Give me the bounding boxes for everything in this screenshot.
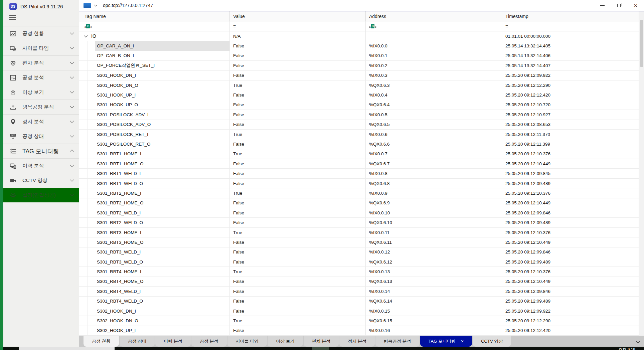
table-row[interactable]: S301_HOOK_UP_I False %IX0.0.4 25.05.20 0… (79, 90, 644, 100)
table-row[interactable]: S301_RBT2_WELD_I False %IX0.0.10 25.05.2… (79, 208, 644, 218)
column-header-timestamp[interactable]: Timestamp (502, 11, 639, 21)
sidebar-item-process-state[interactable]: 공정 상태 (3, 129, 79, 144)
filter-tag-name[interactable]: aBc (81, 21, 230, 31)
table-row[interactable]: S301_RBT3_HOME_I True %IX0.0.11 25.05.20… (79, 228, 644, 237)
close-icon: × (634, 2, 637, 9)
table-row[interactable]: S302_HOOK_DN_I False %IX0.0.15 25.05.20 … (79, 306, 644, 316)
column-header-address[interactable]: Address (366, 11, 502, 21)
layout-grid-icon (9, 74, 18, 81)
tab-deviation-analysis[interactable]: 편차 분석 (304, 336, 339, 347)
table-row[interactable]: S301_RBT3_WELD_I False %IX0.0.12 25.05.2… (79, 247, 644, 257)
value-cell: False (230, 208, 366, 217)
taskbar-green-segment[interactable] (312, 347, 329, 350)
tag-name-cell: S301_HOOK_UP_O (81, 100, 230, 110)
column-header-value[interactable]: Value (230, 11, 366, 21)
filter-address[interactable]: aBc (366, 21, 502, 31)
sidebar-item-anomaly-view[interactable]: 이상 보기 (3, 85, 79, 100)
tab-bottleneck-analysis[interactable]: 병목공정 분석 (375, 336, 420, 347)
sidebar-item-history-analysis[interactable]: 이력 분석 (3, 158, 79, 173)
address-cell: %IX0.0.4 (366, 90, 502, 100)
table-row[interactable]: S301_POSILOCK_ADV_I False %IX0.0.5 25.05… (79, 110, 644, 120)
scrollbar-thumb[interactable] (640, 20, 643, 67)
value-cell: False (230, 100, 366, 110)
table-row[interactable]: S301_RBT1_HOME_I True %IX0.0.7 25.05.20 … (79, 149, 644, 159)
table-row[interactable]: OP_CAR_A_ON_I False %IX0.0.0 25.05.14 13… (79, 41, 644, 51)
sidebar-item-stop-analysis[interactable]: 정지 분석 (3, 114, 79, 129)
tab-tag-monitoring[interactable]: TAG 모니터링 × (420, 336, 472, 347)
table-row[interactable]: S301_RBT4_HOME_I True %IX0.0.13 25.05.20… (79, 267, 644, 277)
table-row[interactable]: S301_POSILOCK_RET_O False %QX0.6.6 25.05… (79, 139, 644, 149)
sidebar-item-settings[interactable]: 설정(연결성공) (3, 188, 79, 202)
table-row[interactable]: S301_RBT2_WELD_O False %QX0.6.10 25.05.2… (79, 218, 644, 227)
tab-overflow-chevron-icon[interactable] (636, 339, 640, 343)
address-cell: %IX0.0.5 (366, 110, 502, 119)
address-cell: %QX0.6.7 (366, 159, 502, 168)
table-row[interactable]: OP_FORCE작업완료_SET_I False %IX0.0.2 25.05.… (79, 61, 644, 70)
column-header-tag-name[interactable]: Tag Name (81, 11, 230, 21)
table-row[interactable]: S301_RBT4_HOME_O False %QX0.6.13 25.05.2… (79, 277, 644, 287)
value-cell: True (230, 188, 366, 198)
sidebar-item-cycle-time[interactable]: 사이클 타임 (3, 41, 79, 55)
timestamp-cell: 25.05.14 13:32:14.406 (502, 51, 639, 60)
filter-value[interactable]: = (230, 21, 366, 31)
sidebar-item-bottleneck-analysis[interactable]: 병목공정 분석 (3, 100, 79, 114)
tab-history-analysis[interactable]: 이력 분석 (155, 336, 191, 347)
close-button[interactable]: × (627, 0, 644, 11)
table-row[interactable]: S301_POSILOCK_ADV_O False %QX0.6.5 25.05… (79, 120, 644, 130)
value-cell: True (230, 267, 366, 276)
tab-process-state[interactable]: 공정 상태 (120, 336, 155, 347)
table-row[interactable]: S301_RBT1_WELD_O False %QX0.6.8 25.05.20… (79, 179, 644, 188)
restore-button[interactable] (611, 0, 627, 11)
address-cell: %QX0.6.15 (366, 316, 502, 325)
screen: DS DS Pilot v0.9.11.26 공정 현황 사이클 타임 편차 분… (0, 0, 644, 350)
filter-timestamp[interactable]: = (502, 21, 639, 31)
timestamp-cell: 25.05.20 09:12:09.922 (502, 306, 639, 316)
tab-cctv-video[interactable]: CCTV 영상 (473, 336, 511, 347)
tab-process-status[interactable]: 공정 현황 (84, 336, 119, 347)
hamburger-menu-icon[interactable] (9, 15, 16, 20)
sidebar: DS DS Pilot v0.9.11.26 공정 현황 사이클 타임 편차 분… (0, 0, 79, 347)
sidebar-item-cctv-video[interactable]: CCTV 영상 (3, 173, 79, 188)
table-row[interactable]: S301_HOOK_DN_O True %QX0.6.3 25.05.20 09… (79, 80, 644, 90)
minimize-button[interactable] (594, 0, 611, 11)
table-row[interactable]: S301_RBT3_WELD_O False %QX0.6.12 25.05.2… (79, 257, 644, 267)
expand-chevron-icon[interactable] (84, 34, 88, 37)
text-filter-icon: aBc (369, 24, 376, 28)
taskbar-app-button[interactable] (19, 347, 115, 350)
table-row[interactable]: S302_HOOK_DN_O True %QX0.6.15 25.05.20 0… (79, 316, 644, 326)
taskbar-clock[interactable]: 오전 9:19 (618, 347, 635, 350)
vertical-scrollbar[interactable] (639, 11, 644, 336)
timestamp-cell: 25.05.20 09:12:12.420 (502, 326, 639, 335)
address-cell: %IX0.0.12 (366, 247, 502, 257)
app-logo-icon: DS (9, 3, 17, 10)
value-cell: False (230, 139, 366, 149)
tab-cycle-time[interactable]: 사이클 타임 (227, 336, 267, 347)
table-row[interactable]: S301_HOOK_UP_O False %QX0.6.4 25.05.20 0… (79, 100, 644, 110)
table-row[interactable]: OP_CAR_B_ON_I False %IX0.0.1 25.05.14 13… (79, 51, 644, 61)
table-row[interactable]: S301_RBT2_HOME_O False %QX0.6.9 25.05.20… (79, 198, 644, 208)
table-row[interactable]: S301_RBT3_HOME_O False %QX0.6.11 25.05.2… (79, 237, 644, 247)
chevron-down-icon[interactable] (94, 3, 98, 7)
close-icon[interactable]: × (461, 339, 464, 344)
sidebar-item-deviation-analysis[interactable]: 편차 분석 (3, 55, 79, 70)
connection-flag-icon[interactable] (84, 3, 91, 8)
sidebar-item-process-status[interactable]: 공정 현황 (3, 26, 79, 41)
table-row[interactable]: S301_POSILOCK_RET_I True %IX0.0.6 25.05.… (79, 130, 644, 139)
table-row[interactable]: S301_RBT2_HOME_I True %IX0.0.9 25.05.20 … (79, 188, 644, 198)
tag-name-cell: S301_RBT1_HOME_O (81, 159, 230, 168)
table-row[interactable]: S301_RBT1_WELD_I False %IX0.0.8 25.05.20… (79, 169, 644, 178)
tab-anomaly-view[interactable]: 이상 보기 (268, 336, 303, 347)
sidebar-item-tag-monitoring[interactable]: TAG 모니터링 (3, 144, 79, 158)
tab-process-analysis[interactable]: 공정 분석 (191, 336, 227, 347)
table-row[interactable]: S301_HOOK_DN_I False %IX0.0.3 25.05.20 0… (79, 71, 644, 80)
sidebar-item-process-analysis[interactable]: 공정 분석 (3, 70, 79, 85)
table-row[interactable]: S302_HOOK_UP_I False %IX0.0.16 25.05.20 … (79, 326, 644, 336)
tag-name-cell: S301_RBT2_HOME_O (81, 198, 230, 208)
table-row[interactable]: S301_RBT4_WELD_O False %QX0.6.14 25.05.2… (79, 297, 644, 306)
group-row-io[interactable]: IO N/A 01.01.01 00:00:00.000 (79, 31, 644, 41)
text-filter-icon: aBc (85, 24, 92, 28)
tab-stop-analysis[interactable]: 정지 분석 (339, 336, 375, 347)
table-row[interactable]: S301_RBT1_HOME_O False %QX0.6.7 25.05.20… (79, 159, 644, 169)
table-row[interactable]: S301_RBT4_WELD_I False %IX0.0.14 25.05.2… (79, 287, 644, 296)
app-title: DS Pilot v0.9.11.26 (20, 4, 63, 9)
